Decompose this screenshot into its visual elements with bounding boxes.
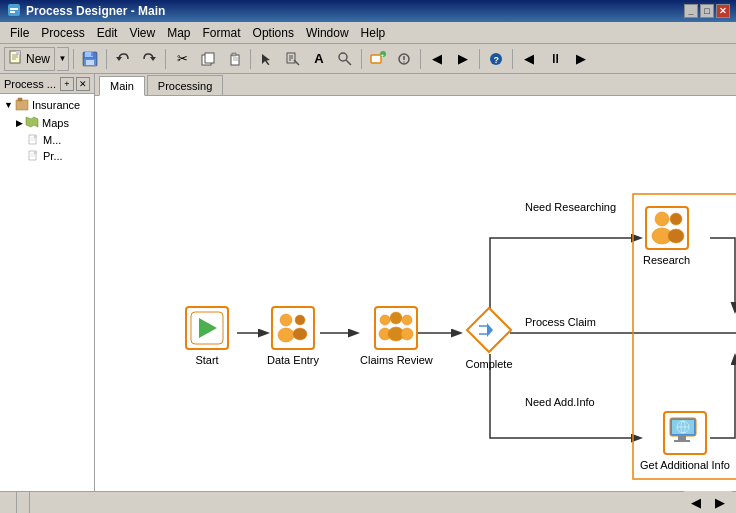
svg-point-55 <box>278 328 294 342</box>
svg-point-33 <box>403 61 404 62</box>
label-process-claim: Process Claim <box>525 316 596 328</box>
status-segment-2 <box>17 492 30 513</box>
toolbar-sep-3 <box>165 49 166 69</box>
svg-marker-38 <box>26 117 38 127</box>
menu-view[interactable]: View <box>123 24 161 42</box>
main-container: Process ... + ✕ ▼ Insurance ▶ Maps <box>0 74 736 491</box>
tree-expand-maps: ▶ <box>16 118 23 128</box>
svg-point-56 <box>295 315 305 325</box>
svg-rect-40 <box>34 135 37 138</box>
menu-bar: File Process Edit View Map Format Option… <box>0 22 736 44</box>
tabs-bar: Main Processing <box>95 74 736 96</box>
tab-processing[interactable]: Processing <box>147 75 223 95</box>
status-scroll-right[interactable]: ▶ <box>708 491 732 514</box>
help-btn[interactable]: ? <box>484 47 508 71</box>
svg-rect-4 <box>16 51 20 55</box>
svg-rect-82 <box>678 436 686 440</box>
panel-add-btn[interactable]: + <box>60 77 74 91</box>
tree-area: ▼ Insurance ▶ Maps M... <box>0 94 94 491</box>
tree-label-pr: Pr... <box>43 150 63 162</box>
svg-rect-2 <box>10 11 15 13</box>
node-data-entry[interactable]: Data Entry <box>267 306 319 366</box>
complete-icon <box>465 306 513 354</box>
toolbar-sep-1 <box>73 49 74 69</box>
panel-controls: + ✕ <box>60 77 90 91</box>
svg-marker-14 <box>150 57 156 61</box>
new-label: New <box>26 52 50 66</box>
cut-btn[interactable]: ✂ <box>170 47 194 71</box>
copy-btn[interactable] <box>196 47 220 71</box>
svg-rect-28 <box>371 55 381 63</box>
new-dropdown-arrow[interactable]: ▼ <box>57 47 69 71</box>
svg-point-62 <box>402 315 412 325</box>
menu-format[interactable]: Format <box>197 24 247 42</box>
svg-point-57 <box>293 328 307 340</box>
menu-edit[interactable]: Edit <box>91 24 124 42</box>
left-panel: Process ... + ✕ ▼ Insurance ▶ Maps <box>0 74 95 491</box>
save-btn[interactable] <box>78 47 102 71</box>
status-segment-1 <box>4 492 17 513</box>
menu-process[interactable]: Process <box>35 24 90 42</box>
svg-rect-18 <box>232 53 236 56</box>
properties-btn[interactable] <box>392 47 416 71</box>
tree-item-insurance[interactable]: ▼ Insurance <box>2 96 92 114</box>
text-btn[interactable]: A <box>307 47 331 71</box>
window-controls: _ □ ✕ <box>684 4 730 18</box>
node-research[interactable]: Research <box>643 206 690 266</box>
svg-point-63 <box>401 328 413 340</box>
pause-btn[interactable]: ⏸ <box>543 47 567 71</box>
tree-icon-insurance <box>15 97 29 113</box>
node-claims-review[interactable]: Claims Review <box>360 306 433 366</box>
node-get-add-info[interactable]: Get Additional Info <box>640 411 730 471</box>
redo-btn[interactable] <box>137 47 161 71</box>
svg-point-60 <box>390 312 402 324</box>
paste-btn[interactable] <box>222 47 246 71</box>
tab-main[interactable]: Main <box>99 76 145 96</box>
diagram-canvas[interactable]: Start Data Entry <box>95 96 736 491</box>
svg-rect-1 <box>10 8 18 10</box>
node-complete[interactable]: Complete <box>465 306 513 370</box>
new-icon <box>9 50 23 67</box>
svg-point-54 <box>280 314 292 326</box>
svg-rect-10 <box>91 52 93 56</box>
zoom-btn[interactable] <box>281 47 305 71</box>
svg-point-70 <box>670 213 682 225</box>
svg-line-27 <box>346 60 351 65</box>
maximize-btn[interactable]: □ <box>700 4 714 18</box>
tree-item-m[interactable]: M... <box>26 132 92 148</box>
close-btn[interactable]: ✕ <box>716 4 730 18</box>
menu-file[interactable]: File <box>4 24 35 42</box>
minimize-btn[interactable]: _ <box>684 4 698 18</box>
svg-text:+: + <box>381 52 385 58</box>
toolbar: New ▼ ✂ A + ◀ ▶ ? ◀ ⏸ ▶ <box>0 44 736 74</box>
back-btn[interactable]: ◀ <box>517 47 541 71</box>
play-btn[interactable]: ▶ <box>569 47 593 71</box>
panel-close-btn[interactable]: ✕ <box>76 77 90 91</box>
status-scroll-left[interactable]: ◀ <box>684 491 708 514</box>
new-button[interactable]: New <box>4 47 55 71</box>
toolbar-sep-2 <box>106 49 107 69</box>
add-process-btn[interactable]: + <box>366 47 390 71</box>
get-add-info-icon <box>663 411 707 455</box>
select-btn[interactable] <box>255 47 279 71</box>
menu-help[interactable]: Help <box>355 24 392 42</box>
tree-item-pr[interactable]: Pr... <box>26 148 92 164</box>
tree-icon-maps <box>25 115 39 131</box>
label-need-add-info: Need Add.Info <box>525 396 595 408</box>
svg-rect-12 <box>86 60 94 65</box>
node-start[interactable]: Start <box>185 306 229 366</box>
tree-item-maps[interactable]: ▶ Maps <box>14 114 92 132</box>
claims-review-icon <box>374 306 418 350</box>
svg-point-71 <box>668 229 684 243</box>
arrow-right-btn[interactable]: ▶ <box>451 47 475 71</box>
menu-options[interactable]: Options <box>247 24 300 42</box>
menu-window[interactable]: Window <box>300 24 355 42</box>
toolbar-sep-4 <box>250 49 251 69</box>
menu-map[interactable]: Map <box>161 24 196 42</box>
title-text: Process Designer - Main <box>26 4 165 18</box>
svg-rect-36 <box>16 100 28 110</box>
find-btn[interactable] <box>333 47 357 71</box>
arrow-left-btn[interactable]: ◀ <box>425 47 449 71</box>
data-entry-icon <box>271 306 315 350</box>
undo-btn[interactable] <box>111 47 135 71</box>
